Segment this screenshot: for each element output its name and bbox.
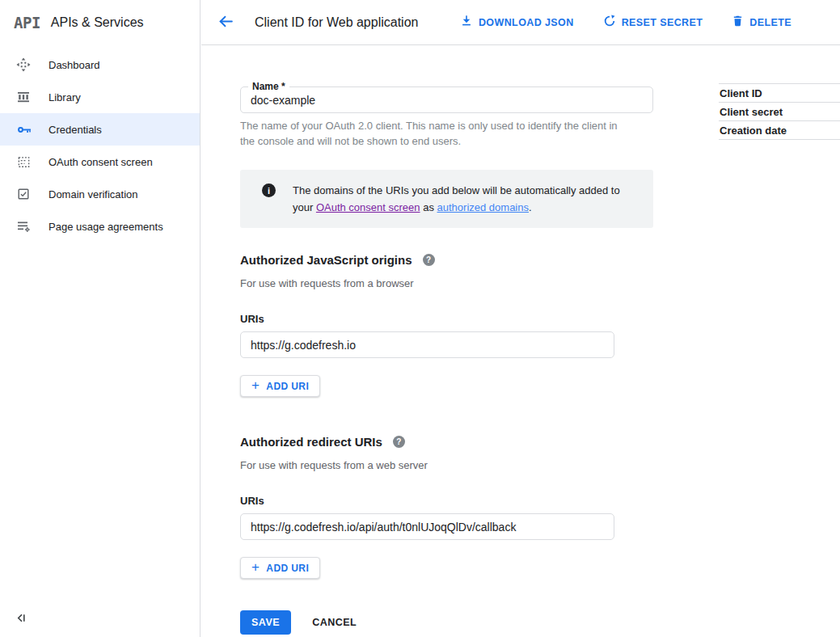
save-button[interactable]: SAVE <box>240 610 291 635</box>
js-origins-help-icon[interactable]: ? <box>423 254 435 266</box>
name-helper-text: The name of your OAuth 2.0 client. This … <box>240 118 628 149</box>
add-redirect-uri-button[interactable]: + ADD URI <box>240 557 320 579</box>
redirect-uris-help-icon[interactable]: ? <box>393 436 405 448</box>
js-origin-uri-field <box>240 331 614 358</box>
add-uri-label: ADD URI <box>266 563 309 574</box>
info-note: i The domains of the URIs you add below … <box>240 170 653 228</box>
delete-button[interactable]: DELETE <box>732 15 791 30</box>
sidebar-item-library[interactable]: Library <box>0 81 200 113</box>
sidebar-header: API APIs & Services <box>0 0 200 45</box>
sidebar-item-label: Page usage agreements <box>49 221 163 233</box>
detail-label: Client ID <box>720 87 762 99</box>
collapse-sidebar-button[interactable] <box>13 611 29 627</box>
sidebar: API APIs & Services Dashboard <box>0 0 201 637</box>
detail-label: Client secret <box>720 106 783 118</box>
plus-icon: + <box>251 560 260 574</box>
detail-row-creation-date: Creation date <box>719 120 840 139</box>
name-input[interactable] <box>241 87 652 112</box>
sidebar-item-label: Library <box>49 91 81 103</box>
info-icon: i <box>262 184 276 197</box>
download-json-label: DOWNLOAD JSON <box>479 17 574 28</box>
download-icon <box>460 15 473 30</box>
back-button[interactable] <box>215 12 236 33</box>
page-usage-agreements-icon <box>15 218 32 234</box>
sidebar-item-oauth-consent-screen[interactable]: OAuth consent screen <box>0 146 200 178</box>
cancel-button[interactable]: CANCEL <box>312 617 357 628</box>
redirect-uri-field <box>240 513 614 540</box>
redirect-uris-label: URIs <box>240 495 653 507</box>
plus-icon: + <box>251 378 260 392</box>
info-note-text: The domains of the URIs you add below wi… <box>293 182 637 216</box>
sidebar-item-label: Credentials <box>49 124 102 136</box>
page-title: Client ID for Web application <box>255 15 418 30</box>
sidebar-item-label: Dashboard <box>49 59 100 71</box>
add-uri-label: ADD URI <box>266 381 309 392</box>
api-logo: API <box>14 14 40 32</box>
library-icon <box>15 89 32 105</box>
key-icon <box>15 121 32 137</box>
name-field-label: Name * <box>248 81 289 92</box>
authorized-domains-link[interactable]: authorized domains <box>437 201 529 213</box>
js-origins-heading: Authorized JavaScript origins <box>240 253 412 267</box>
info-text-between: as <box>420 201 437 213</box>
back-arrow-icon <box>217 13 234 32</box>
collapse-sidebar-icon <box>15 614 27 626</box>
reset-secret-label: RESET SECRET <box>622 17 703 28</box>
sidebar-item-dashboard[interactable]: Dashboard <box>0 49 200 81</box>
js-origin-uri-input[interactable] <box>241 332 614 357</box>
redirect-uri-input[interactable] <box>241 514 614 539</box>
sidebar-item-label: OAuth consent screen <box>49 156 153 168</box>
redirect-uris-subtitle: For use with requests from a web server <box>240 459 653 471</box>
sidebar-item-credentials[interactable]: Credentials <box>0 113 200 146</box>
js-origins-subtitle: For use with requests from a browser <box>240 277 653 289</box>
download-json-button[interactable]: DOWNLOAD JSON <box>460 15 574 30</box>
sidebar-item-page-usage-agreements[interactable]: Page usage agreements <box>0 210 200 243</box>
domain-verification-icon <box>15 186 32 202</box>
page-header: Client ID for Web application DOWNLOAD J… <box>201 0 840 45</box>
detail-row-client-secret: Client secret <box>719 102 840 120</box>
sidebar-item-label: Domain verification <box>49 188 138 200</box>
sidebar-item-domain-verification[interactable]: Domain verification <box>0 178 200 210</box>
trash-icon <box>732 15 744 30</box>
product-title: APIs & Services <box>51 15 144 30</box>
sidebar-nav: Dashboard Library <box>0 49 200 243</box>
client-details-panel: Client ID Client secret Creation date <box>719 83 840 140</box>
delete-label: DELETE <box>749 17 791 28</box>
oauth-consent-screen-link[interactable]: OAuth consent screen <box>316 201 420 213</box>
reset-secret-button[interactable]: RESET SECRET <box>603 15 703 30</box>
consent-screen-icon <box>15 154 32 170</box>
redirect-uris-heading: Authorized redirect URIs <box>240 435 382 449</box>
add-js-origin-uri-button[interactable]: + ADD URI <box>240 375 320 397</box>
detail-row-client-id: Client ID <box>719 83 840 102</box>
header-actions: DOWNLOAD JSON RESET SECRET DELETE <box>460 15 840 30</box>
js-origins-uris-label: URIs <box>240 313 653 325</box>
detail-label: Creation date <box>720 124 787 137</box>
name-field: Name * <box>240 86 653 113</box>
info-text-after: . <box>529 201 532 213</box>
dashboard-icon <box>15 57 32 73</box>
refresh-icon <box>603 15 616 30</box>
